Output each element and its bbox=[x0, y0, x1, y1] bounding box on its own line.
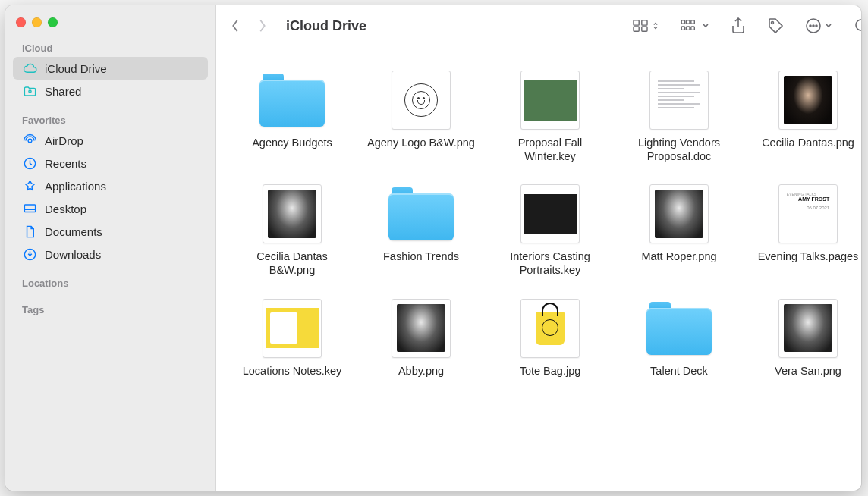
sidebar-section-tags: Tags bbox=[5, 300, 215, 319]
file-thumbnail bbox=[257, 183, 327, 245]
file-label: Vera San.png bbox=[775, 364, 841, 378]
file-label: Cecilia Dantas B&W.png bbox=[234, 250, 351, 277]
file-label: Lighting Vendors Proposal.doc bbox=[621, 136, 738, 163]
share-button[interactable] bbox=[731, 17, 746, 34]
sidebar: iCloud iCloud Drive Shared Favorites bbox=[5, 5, 216, 491]
file-thumbnail bbox=[257, 69, 327, 131]
file-item[interactable]: Lighting Vendors Proposal.doc bbox=[618, 69, 740, 163]
file-item[interactable]: Ageny Logo B&W.png bbox=[360, 69, 482, 163]
sidebar-item-label: AirDrop bbox=[45, 134, 83, 147]
file-thumbnail bbox=[644, 69, 714, 131]
svg-rect-7 bbox=[634, 27, 639, 31]
chevron-updown-icon bbox=[652, 19, 659, 33]
more-button[interactable] bbox=[805, 17, 832, 34]
view-icons-button[interactable] bbox=[632, 19, 659, 33]
file-thumbnail bbox=[644, 183, 714, 245]
file-grid-scroll[interactable]: Agency BudgetsAgeny Logo B&W.pngProposal… bbox=[216, 46, 861, 491]
sidebar-item-icloud-drive[interactable]: iCloud Drive bbox=[13, 57, 208, 80]
file-thumbnail bbox=[515, 69, 585, 131]
sidebar-item-label: Recents bbox=[45, 157, 86, 170]
file-item[interactable]: Fashion Trends bbox=[360, 183, 482, 277]
sidebar-item-label: Shared bbox=[45, 85, 81, 98]
svg-rect-9 bbox=[681, 20, 685, 24]
file-label: Tote Bag.jpg bbox=[520, 364, 581, 378]
sidebar-item-label: Downloads bbox=[45, 248, 101, 261]
file-thumbnail bbox=[386, 69, 456, 131]
chevron-down-icon bbox=[825, 19, 832, 33]
minimize-button[interactable] bbox=[32, 17, 42, 27]
file-item[interactable]: Agency Budgets bbox=[231, 69, 353, 163]
file-item[interactable]: Cecilia Dantas B&W.png bbox=[231, 183, 353, 277]
file-thumbnail bbox=[386, 183, 456, 245]
svg-rect-8 bbox=[642, 27, 647, 31]
svg-rect-13 bbox=[687, 27, 690, 30]
file-item[interactable]: Vera San.png bbox=[747, 297, 861, 378]
sidebar-item-downloads[interactable]: Downloads bbox=[13, 243, 208, 265]
file-thumbnail bbox=[386, 297, 456, 359]
download-icon bbox=[22, 246, 37, 262]
file-item[interactable]: Locations Notes.key bbox=[231, 297, 353, 378]
file-thumbnail bbox=[773, 69, 843, 131]
file-thumbnail: EVENING TALKSAMY FROST06.07.2021 bbox=[773, 183, 843, 245]
file-label: Matt Roper.png bbox=[641, 250, 716, 263]
desktop-icon bbox=[22, 201, 37, 216]
file-label: Talent Deck bbox=[650, 364, 708, 378]
file-item[interactable]: Cecilia Dantas.png bbox=[747, 69, 861, 163]
window-title: iCloud Drive bbox=[286, 18, 366, 34]
close-button[interactable] bbox=[16, 17, 26, 27]
svg-point-1 bbox=[28, 139, 32, 143]
sidebar-item-label: Desktop bbox=[45, 202, 86, 215]
sidebar-item-label: Applications bbox=[45, 180, 106, 193]
sidebar-section-locations: Locations bbox=[5, 273, 215, 292]
file-label: Evening Talks.pages bbox=[758, 250, 859, 263]
forward-button[interactable] bbox=[257, 19, 268, 33]
file-item[interactable]: Abby.png bbox=[360, 297, 482, 378]
sidebar-item-label: iCloud Drive bbox=[45, 62, 107, 75]
svg-rect-3 bbox=[24, 204, 35, 212]
file-label: Fashion Trends bbox=[383, 250, 459, 263]
svg-rect-12 bbox=[681, 27, 685, 30]
fullscreen-button[interactable] bbox=[48, 17, 58, 27]
sidebar-item-recents[interactable]: Recents bbox=[13, 152, 208, 174]
svg-point-20 bbox=[856, 20, 861, 30]
sidebar-item-label: Documents bbox=[45, 225, 102, 238]
sidebar-item-desktop[interactable]: Desktop bbox=[13, 197, 208, 220]
group-button[interactable] bbox=[681, 19, 709, 33]
airdrop-icon bbox=[22, 133, 37, 148]
file-label: Proposal Fall Winter.key bbox=[492, 136, 609, 163]
sidebar-item-documents[interactable]: Documents bbox=[13, 220, 208, 243]
sidebar-section-favorites: Favorites bbox=[5, 110, 215, 129]
file-label: Abby.png bbox=[398, 364, 444, 378]
document-icon bbox=[22, 224, 37, 239]
back-button[interactable] bbox=[230, 19, 241, 33]
file-thumbnail bbox=[515, 183, 585, 245]
sidebar-item-applications[interactable]: Applications bbox=[13, 174, 208, 197]
toolbar: iCloud Drive bbox=[216, 5, 861, 46]
file-item[interactable]: EVENING TALKSAMY FROST06.07.2021Evening … bbox=[747, 183, 861, 277]
tags-button[interactable] bbox=[767, 17, 784, 34]
file-label: Ageny Logo B&W.png bbox=[367, 136, 475, 149]
svg-rect-14 bbox=[691, 27, 695, 30]
sidebar-item-airdrop[interactable]: AirDrop bbox=[13, 129, 208, 152]
file-thumbnail bbox=[644, 297, 714, 359]
shared-folder-icon bbox=[22, 83, 37, 99]
svg-rect-6 bbox=[642, 20, 647, 25]
cloud-icon bbox=[22, 61, 37, 76]
main-area: iCloud Drive bbox=[216, 5, 861, 491]
file-item[interactable]: Proposal Fall Winter.key bbox=[489, 69, 611, 163]
svg-point-18 bbox=[813, 25, 814, 27]
svg-point-17 bbox=[810, 25, 811, 27]
chevron-down-icon bbox=[702, 19, 709, 33]
window-controls bbox=[5, 13, 215, 38]
search-button[interactable] bbox=[854, 17, 861, 34]
file-item[interactable]: Tote Bag.jpg bbox=[489, 297, 611, 378]
sidebar-item-shared[interactable]: Shared bbox=[13, 80, 208, 102]
svg-point-19 bbox=[816, 25, 817, 27]
file-item[interactable]: Interiors Casting Portraits.key bbox=[489, 183, 611, 277]
file-item[interactable]: Talent Deck bbox=[618, 297, 740, 378]
apps-icon bbox=[22, 178, 37, 193]
clock-icon bbox=[22, 155, 37, 171]
svg-rect-5 bbox=[634, 20, 639, 25]
file-item[interactable]: Matt Roper.png bbox=[618, 183, 740, 277]
file-label: Agency Budgets bbox=[252, 136, 332, 149]
